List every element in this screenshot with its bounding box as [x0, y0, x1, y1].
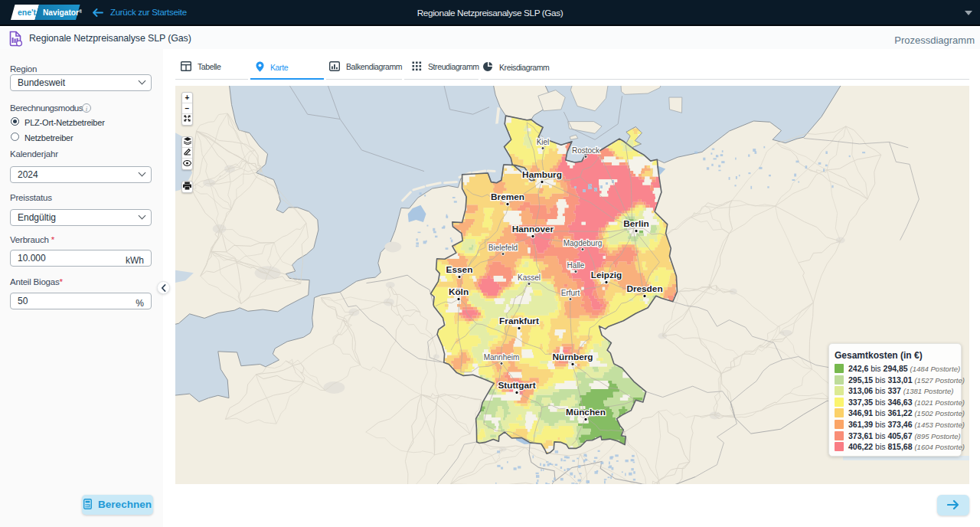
- svg-text:Berlin: Berlin: [623, 218, 648, 229]
- svg-text:Mannheim: Mannheim: [484, 353, 520, 362]
- svg-text:München: München: [566, 407, 606, 417]
- svg-text:Nürnberg: Nürnberg: [552, 352, 593, 362]
- svg-text:Essen: Essen: [446, 264, 473, 275]
- svg-text:Dresden: Dresden: [626, 283, 662, 294]
- svg-text:Erfurt: Erfurt: [561, 289, 580, 297]
- svg-text:Magdeburg: Magdeburg: [564, 239, 603, 247]
- svg-text:Kassel: Kassel: [518, 273, 541, 282]
- svg-text:Hannover: Hannover: [512, 224, 554, 234]
- svg-text:Frankfurt: Frankfurt: [499, 316, 539, 326]
- svg-text:Bielefeld: Bielefeld: [488, 244, 518, 252]
- svg-text:Stuttgart: Stuttgart: [498, 380, 535, 391]
- svg-text:Kiel: Kiel: [537, 138, 550, 146]
- svg-text:Köln: Köln: [449, 286, 469, 297]
- svg-text:Hamburg: Hamburg: [522, 169, 562, 180]
- svg-text:Bremen: Bremen: [491, 191, 524, 202]
- svg-text:Leipzig: Leipzig: [591, 270, 622, 280]
- svg-text:Halle: Halle: [567, 261, 585, 270]
- svg-text:Rostock: Rostock: [572, 146, 600, 155]
